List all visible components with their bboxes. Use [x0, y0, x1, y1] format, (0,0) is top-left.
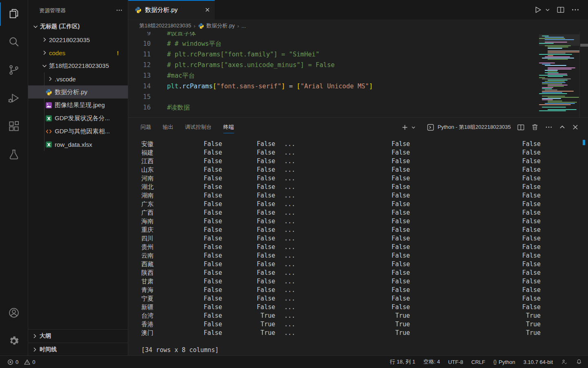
panel-tab-问题[interactable]: 问题	[140, 118, 151, 137]
braces-icon: {}	[493, 359, 497, 365]
feedback-icon[interactable]	[561, 359, 568, 365]
modified-badge: !	[117, 49, 119, 56]
sidebar-explorer: 资源管理器 无标题 (工作区)202218023035codes!第18组202…	[28, 0, 128, 356]
panel-more-actions-icon[interactable]	[545, 123, 553, 131]
tree-item-202218023035[interactable]: 202218023035	[28, 33, 128, 46]
cursor-position[interactable]: 行 18, 列 1	[390, 358, 415, 366]
minimap[interactable]	[539, 34, 580, 117]
file-tree: 无标题 (工作区)202218023035codes!第18组202218023…	[28, 20, 128, 151]
panel-tab-调试控制台[interactable]: 调试控制台	[185, 118, 212, 137]
code-line-14: 14plt.rcParams["font.sans-serif"] = ["Ar…	[128, 81, 537, 92]
panel-tab-输出[interactable]: 输出	[163, 118, 173, 137]
status-bar: 0 0 行 18, 列 1 空格: 4 UTF-8 CRLF {} Python…	[0, 355, 588, 368]
gear-icon	[8, 335, 20, 349]
terminal-row-澳门: 澳门FalseTrue...TrueTrue	[141, 329, 584, 337]
python-file-icon	[198, 23, 204, 29]
tree-item-数据分析.py[interactable]: 数据分析.py	[28, 85, 128, 99]
tab-data-analysis-py[interactable]: 数据分析.py	[128, 0, 215, 20]
language-mode[interactable]: {} Python	[493, 359, 515, 365]
terminal-instance[interactable]: Python - 第18组202218023035	[427, 123, 511, 131]
terminal-output[interactable]: 安徽FalseFalse...FalseFalse福建FalseFalse...…	[141, 140, 584, 356]
outline-section[interactable]: 大纲	[28, 329, 128, 343]
files-icon	[8, 7, 20, 21]
editor-group: 数据分析.py 第18组202218023035›数据分析.py›... 9#设…	[128, 0, 588, 356]
notifications-bell-icon[interactable]	[576, 359, 582, 365]
breadcrumb-item[interactable]: ...	[241, 23, 246, 29]
terminal-row-重庆: 重庆FalseFalse...FalseFalse	[141, 226, 584, 234]
breadcrumb-separator: ›	[194, 23, 195, 29]
activity-extensions[interactable]	[0, 113, 28, 141]
code-line-13: 13#mac平台	[128, 70, 537, 81]
new-terminal-icon[interactable]	[401, 124, 408, 131]
breadcrumb: 第18组202218023035›数据分析.py›...	[128, 20, 588, 32]
tree-item-GDP与其他因素相...[interactable]: GDP与其他因素相...	[28, 125, 128, 138]
tab-label: 数据分析.py	[145, 6, 178, 14]
tab-close-icon[interactable]	[204, 7, 211, 13]
chevron-right-icon	[31, 333, 38, 339]
tree-item-GDP发展状况各分...[interactable]: XGDP发展状况各分...	[28, 112, 128, 125]
chevron-down-icon	[41, 63, 48, 69]
activity-bar	[0, 0, 28, 356]
code-file-icon	[45, 128, 52, 135]
activity-search[interactable]	[0, 28, 28, 56]
svg-text:X: X	[47, 142, 51, 147]
code-line-10: 10# # windows平台	[128, 38, 537, 49]
close-panel-icon[interactable]	[572, 123, 579, 131]
debug-icon	[8, 92, 20, 106]
extensions-icon	[8, 120, 20, 134]
terminal-row-江西: 江西FalseFalse...FalseFalse	[141, 157, 584, 166]
terminal-row-台湾: 台湾FalseTrue...TrueTrue	[141, 312, 584, 320]
activity-source-control[interactable]	[0, 56, 28, 85]
terminal-row-河南: 河南FalseFalse...FalseFalse	[141, 174, 584, 183]
python-interpreter[interactable]: 3.10.7 64-bit	[523, 359, 553, 365]
terminal-row-青海: 青海FalseFalse...FalseFalse	[141, 286, 584, 294]
problems-status[interactable]: 0 0	[7, 359, 35, 365]
activity-run-debug[interactable]	[0, 85, 28, 113]
python-file-icon	[135, 7, 142, 13]
tree-indent-guide	[44, 72, 45, 151]
terminal-row-陕西: 陕西FalseFalse...FalseFalse	[141, 269, 584, 277]
tree-item-第18组202218023035[interactable]: 第18组202218023035	[28, 59, 128, 72]
terminal-row-福建: 福建FalseFalse...FalseFalse	[141, 148, 584, 157]
excel-icon: X	[45, 115, 52, 122]
terminal-row-宁夏: 宁夏FalseFalse...FalseFalse	[141, 294, 584, 303]
breadcrumb-item[interactable]: 数据分析.py	[207, 22, 235, 29]
terminal-scrollbar[interactable]	[583, 140, 585, 145]
timeline-section[interactable]: 时间线	[28, 343, 128, 356]
maximize-panel-chevron-up-icon[interactable]	[559, 123, 566, 131]
more-actions-icon[interactable]	[571, 5, 580, 14]
flask-icon	[8, 148, 20, 162]
code-line-12: 12# plt.rcParams["axes.unicode_minus"] =…	[128, 60, 537, 70]
panel-tab-终端[interactable]: 终端	[223, 118, 234, 137]
tree-item-.vscode[interactable]: .vscode	[28, 72, 128, 85]
code-editor[interactable]: 9#设置字体10# # windows平台11# plt.rcParams["f…	[128, 32, 588, 117]
activity-account[interactable]	[0, 299, 28, 328]
eol-sequence[interactable]: CRLF	[471, 359, 485, 365]
activity-settings[interactable]	[0, 328, 28, 356]
code-line-11: 11# plt.rcParams["font.family"] = "SimHe…	[128, 49, 537, 60]
tree-item-图像结果呈现.jpeg[interactable]: 图像结果呈现.jpeg	[28, 99, 128, 112]
vscode-window: 资源管理器 无标题 (工作区)202218023035codes!第18组202…	[0, 0, 588, 368]
code-line-16: 16#读数据	[128, 102, 537, 113]
split-terminal-icon[interactable]	[517, 123, 525, 132]
terminal-row-安徽: 安徽FalseFalse...FalseFalse	[141, 140, 584, 148]
terminal-row-广东: 广东FalseFalse...FalseFalse	[141, 200, 584, 209]
split-editor-icon[interactable]	[556, 5, 565, 14]
search-icon	[8, 36, 20, 49]
encoding[interactable]: UTF-8	[448, 359, 463, 365]
tree-item-row_data.xlsx[interactable]: Xrow_data.xlsx	[28, 138, 128, 151]
account-icon	[8, 307, 20, 321]
kill-terminal-trash-icon[interactable]	[531, 123, 539, 131]
explorer-more-actions-icon[interactable]	[116, 7, 123, 15]
run-dropdown-chevron-icon[interactable]	[545, 7, 550, 13]
activity-testing[interactable]	[0, 141, 28, 169]
tree-item-无标题-工作区-[interactable]: 无标题 (工作区)	[28, 20, 128, 33]
breadcrumb-item[interactable]: 第18组202218023035	[139, 22, 191, 29]
indentation[interactable]: 空格: 4	[423, 358, 440, 366]
run-button[interactable]	[533, 5, 542, 14]
terminal-dropdown-chevron-icon[interactable]	[411, 125, 416, 130]
tree-item-codes[interactable]: codes!	[28, 46, 128, 59]
activity-explorer[interactable]	[0, 0, 28, 28]
editor-scrollbar[interactable]	[579, 32, 588, 117]
chevron-right-icon	[47, 76, 53, 82]
